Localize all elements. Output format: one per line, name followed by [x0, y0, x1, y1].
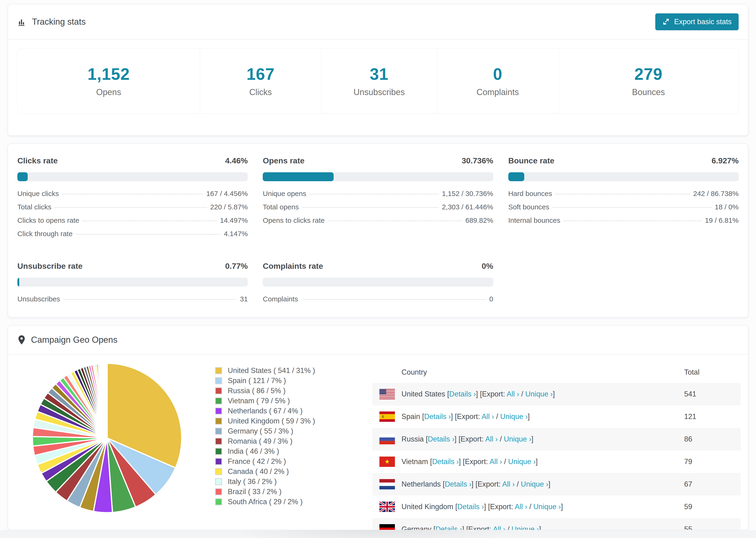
- export-basic-stats-button[interactable]: Export basic stats: [655, 13, 739, 30]
- export-all-link[interactable]: All ›: [482, 412, 494, 421]
- legend-label: Brazil ( 33 / 2% ): [228, 488, 282, 496]
- legend-item-russia: Russia ( 86 / 5% ): [215, 386, 372, 396]
- geo-content: United States ( 541 / 31% )Spain ( 121 /…: [8, 355, 748, 530]
- geo-table-row-netherlands: Netherlands [Details ›] [Export: All › /…: [372, 473, 740, 496]
- total-cell: 67: [684, 480, 740, 488]
- page-title: Tracking stats: [17, 17, 86, 27]
- progress-bar: [263, 278, 493, 287]
- legend-label: India ( 46 / 3% ): [228, 447, 279, 456]
- export-all-link[interactable]: All ›: [507, 390, 519, 398]
- detail-row: Clicks to opens rate14.497%: [17, 216, 248, 230]
- legend-swatch: [215, 498, 222, 506]
- legend-item-united-states: United States ( 541 / 31% ): [215, 365, 372, 376]
- dotted-leader: [553, 207, 711, 208]
- legend-swatch: [215, 428, 222, 435]
- legend-swatch: [215, 398, 222, 404]
- detail-value: 19 / 6.81%: [705, 216, 739, 224]
- details-link[interactable]: Details ›: [436, 525, 462, 530]
- stat-box-unsubscribes: 31Unsubscribes: [321, 48, 437, 114]
- detail-rows: Complaints0: [263, 295, 493, 308]
- legend-swatch: [215, 488, 222, 495]
- legend-label: United Kingdom ( 59 / 3% ): [228, 417, 315, 425]
- legend-label: Canada ( 40 / 2% ): [228, 467, 289, 476]
- stat-label: Clicks: [249, 87, 272, 97]
- legend-label: United States ( 541 / 31% ): [228, 366, 315, 375]
- tracking-stats-header: Tracking stats Export basic stats: [8, 4, 748, 39]
- details-link[interactable]: Details ›: [424, 412, 451, 421]
- geo-table-header-country: Country: [372, 368, 684, 377]
- export-all-link[interactable]: All ›: [502, 480, 514, 488]
- rates-grid: Clicks rate4.46%Unique clicks167 / 4.456…: [17, 156, 739, 308]
- detail-value: 689.82%: [465, 216, 493, 224]
- geo-table-header: Country Total: [372, 362, 740, 383]
- export-unique-link[interactable]: Unique ›: [525, 390, 553, 398]
- stat-label: Complaints: [477, 87, 519, 97]
- dotted-leader: [82, 221, 216, 221]
- rate-value: 4.46%: [225, 156, 248, 165]
- detail-rows: Unique opens1,152 / 30.736%Total opens2,…: [263, 190, 493, 230]
- legend-label: Russia ( 86 / 5% ): [228, 387, 286, 395]
- dotted-leader: [55, 207, 207, 208]
- stat-value: 1,152: [87, 65, 130, 83]
- detail-row: Unsubscribes31: [17, 295, 248, 308]
- dotted-leader: [301, 299, 486, 300]
- details-link[interactable]: Details ›: [449, 390, 476, 398]
- export-all-link[interactable]: All ›: [490, 457, 502, 466]
- export-unique-link[interactable]: Unique ›: [512, 525, 539, 530]
- legend-swatch: [215, 407, 222, 414]
- export-unique-link[interactable]: Unique ›: [533, 503, 561, 511]
- details-link[interactable]: Details ›: [428, 435, 455, 443]
- geo-opens-title: Campaign Geo Opens: [17, 335, 117, 345]
- detail-value: 31: [240, 295, 248, 303]
- dotted-leader: [555, 194, 690, 194]
- detail-label: Hard bounces: [508, 190, 552, 198]
- export-unique-link[interactable]: Unique ›: [504, 435, 531, 443]
- flag-icon-gb: [379, 502, 395, 512]
- stat-value: 167: [246, 65, 275, 83]
- dotted-leader: [302, 207, 439, 208]
- rate-panel-bounce-rate: Bounce rate6.927%Hard bounces242 / 86.73…: [508, 156, 739, 243]
- geo-table-body: United States [Details ›] [Export: All ›…: [372, 383, 740, 530]
- country-links: United States [Details ›] [Export: All ›…: [402, 390, 555, 398]
- country-cell: Germany [Details ›] [Export: All › / Uni…: [372, 524, 684, 530]
- rate-panel-unsubscribe-rate: Unsubscribe rate0.77%Unsubscribes31: [17, 261, 248, 308]
- rate-value: 0.77%: [225, 261, 248, 271]
- legend-item-vietnam: Vietnam ( 79 / 5% ): [215, 396, 372, 406]
- export-unique-link[interactable]: Unique ›: [508, 457, 536, 466]
- detail-label: Complaints: [263, 295, 298, 303]
- export-all-link[interactable]: All ›: [514, 503, 527, 511]
- country-links: United Kingdom [Details ›] [Export: All …: [402, 503, 563, 511]
- rate-panel-head: Complaints rate0%: [263, 261, 493, 271]
- detail-label: Total clicks: [17, 203, 51, 211]
- export-unique-link[interactable]: Unique ›: [521, 480, 548, 488]
- export-unique-link[interactable]: Unique ›: [500, 412, 527, 421]
- export-all-link[interactable]: All ›: [493, 525, 505, 530]
- detail-label: Opens to clicks rate: [263, 216, 324, 224]
- detail-label: Clicks to opens rate: [17, 216, 79, 224]
- export-all-link[interactable]: All ›: [485, 435, 498, 443]
- dotted-leader: [309, 194, 439, 194]
- details-link[interactable]: Details ›: [445, 480, 471, 488]
- detail-label: Click through rate: [17, 230, 73, 238]
- export-icon: [662, 18, 670, 26]
- detail-value: 4.147%: [224, 230, 248, 238]
- detail-rows: Hard bounces242 / 86.738%Soft bounces18 …: [508, 190, 739, 230]
- page-background-bottom: [0, 530, 756, 538]
- detail-row: Click through rate4.147%: [17, 230, 248, 243]
- geo-pie-svg: [27, 358, 187, 518]
- flag-icon-us: [379, 389, 395, 399]
- geo-table-row-russia: Russia [Details ›] [Export: All › / Uniq…: [372, 428, 740, 451]
- legend-label: Spain ( 121 / 7% ): [228, 377, 286, 385]
- page: Tracking stats Export basic stats 1,152O…: [0, 4, 756, 530]
- progress-bar-fill: [17, 278, 19, 287]
- country-name: Spain: [402, 412, 420, 421]
- detail-value: 1,152 / 30.736%: [442, 190, 493, 198]
- legend-item-india: India ( 46 / 3% ): [215, 446, 372, 456]
- details-link[interactable]: Details ›: [458, 503, 484, 511]
- geo-opens-title-text: Campaign Geo Opens: [31, 335, 117, 345]
- country-cell: Netherlands [Details ›] [Export: All › /…: [372, 479, 684, 489]
- details-link[interactable]: Details ›: [432, 457, 459, 466]
- total-cell: 79: [684, 457, 740, 466]
- total-cell: 86: [684, 435, 740, 443]
- country-links: Germany [Details ›] [Export: All › / Uni…: [402, 525, 541, 530]
